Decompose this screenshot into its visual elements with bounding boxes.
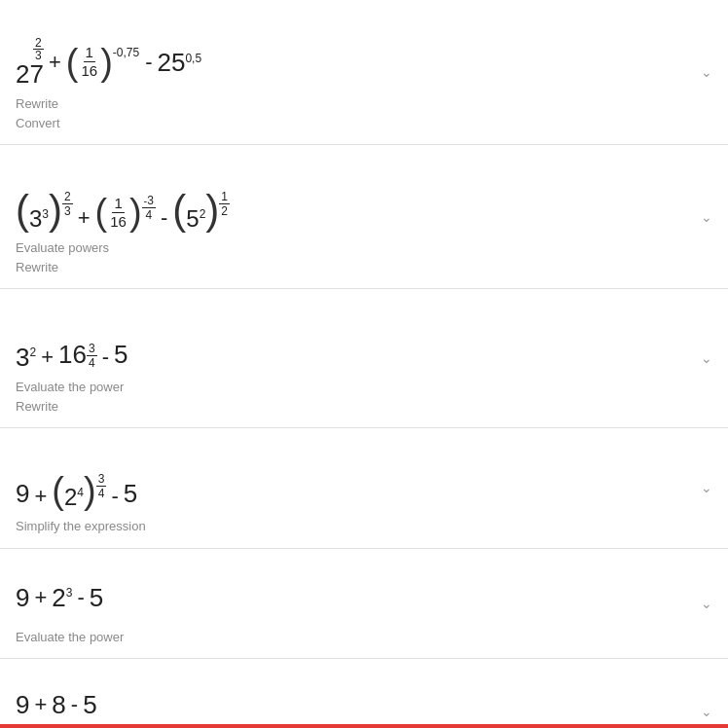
step6-expression: 9 + 8 - 5 (16, 676, 712, 725)
term3-1: 3 2 (16, 345, 36, 370)
plus-2: + (78, 205, 91, 231)
chevron-icon[interactable]: ⌄ (701, 64, 712, 80)
chevron-icon-5[interactable]: ⌄ (701, 596, 712, 611)
term3: 25 0,5 (157, 50, 201, 75)
plus-5: + (34, 585, 47, 610)
term2-1: ( 3 3 ) 2 3 (16, 190, 73, 231)
term1: 2 3 27 (16, 37, 44, 87)
term5-3: 5 (90, 583, 103, 613)
step2-label: Evaluate powers Rewrite (16, 238, 712, 276)
step-4: 9 + ( 2 4 ) 3 4 - 5 Simplify the express… (0, 428, 728, 549)
term6-2: 8 (52, 690, 65, 720)
minus-5: - (77, 585, 84, 610)
term6-1: 9 (16, 690, 29, 720)
step5-expression: 9 + 2 3 - 5 (16, 566, 712, 620)
chevron-icon-2[interactable]: ⌄ (701, 209, 712, 225)
minus-3: - (102, 345, 109, 370)
minus-1: - (145, 50, 152, 75)
term5-1: 9 (16, 583, 29, 613)
term4-2: ( 2 4 ) 3 4 (52, 472, 106, 509)
step3-label: Evaluate the power Rewrite (16, 378, 712, 416)
minus-6: - (71, 692, 78, 717)
term2-3: ( 5 2 ) 1 2 (172, 190, 230, 231)
step-1: 2 3 27 + ( 1 16 ) -0,75 - 25 0,5 (0, 0, 728, 145)
plus-4: + (34, 484, 47, 509)
chevron-icon-3[interactable]: ⌄ (701, 350, 712, 366)
step4-expression: 9 + ( 2 4 ) 3 4 - 5 (16, 446, 712, 509)
step-6: 9 + 8 - 5 Calculate ⌄ (0, 659, 728, 728)
step1-expression: 2 3 27 + ( 1 16 ) -0,75 - 25 0,5 (16, 18, 712, 87)
plus-6: + (34, 692, 47, 717)
step1-label: Rewrite Convert (16, 94, 712, 132)
step2-expression: ( 3 3 ) 2 3 + ( 1 16 ) (16, 163, 712, 231)
plus-1: + (49, 50, 61, 75)
minus-4: - (111, 484, 118, 509)
term4-1: 9 (16, 479, 29, 509)
step5-label: Evaluate the power (16, 628, 712, 647)
term2: ( 1 16 ) -0,75 (66, 44, 139, 81)
term6-3: 5 (83, 690, 96, 720)
step3-expression: 3 2 + 16 3 4 - 5 (16, 307, 712, 370)
term4-3: 5 (124, 479, 137, 509)
bottom-bar (0, 724, 728, 728)
plus-3: + (41, 345, 54, 370)
term2-2: ( 1 16 ) -3 4 (95, 194, 156, 231)
step-3: 3 2 + 16 3 4 - 5 Evaluate the power Rewr… (0, 289, 728, 428)
chevron-icon-6[interactable]: ⌄ (701, 704, 712, 719)
minus-2: - (161, 205, 167, 231)
term5-2: 2 3 (52, 585, 72, 610)
chevron-icon-4[interactable]: ⌄ (701, 480, 712, 495)
step-5: 9 + 2 3 - 5 Evaluate the power ⌄ (0, 549, 728, 660)
step-2: ( 3 3 ) 2 3 + ( 1 16 ) (0, 145, 728, 289)
term3-3: 5 (114, 340, 127, 370)
term3-2: 16 3 4 (58, 342, 97, 370)
step4-label: Simplify the expression (16, 517, 712, 536)
